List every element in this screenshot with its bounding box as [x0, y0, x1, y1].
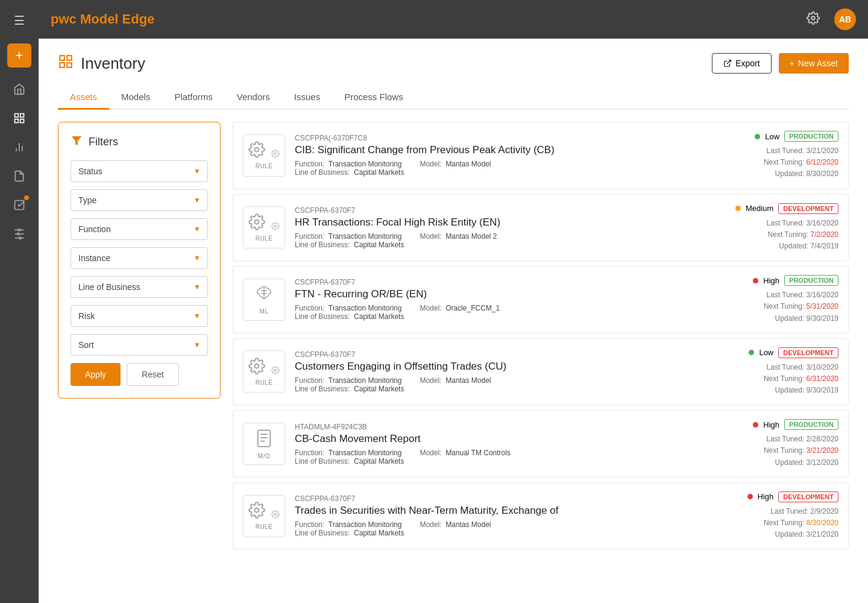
brand-name: pwc [51, 11, 77, 27]
tab-assets[interactable]: Assets [58, 86, 109, 110]
asset-meta: Function: Transaction Monitoring Model: … [295, 376, 708, 385]
sidebar-item-inventory[interactable] [7, 106, 31, 130]
asset-card[interactable]: RULE CSCFPPA(-6370F7C8 CIB: Significant … [233, 122, 849, 189]
lob-select[interactable]: Line of Business [71, 276, 208, 298]
asset-card[interactable]: RULE CSCFPPA-6370F7 Trades in Securities… [233, 482, 849, 550]
env-badge: DEVELOPMENT [778, 491, 838, 502]
filter-type[interactable]: Type [71, 189, 208, 211]
export-button[interactable]: Export [712, 53, 771, 74]
body-layout: Filters Status Type Function [58, 122, 849, 553]
svg-point-14 [18, 229, 20, 231]
risk-select[interactable]: Risk [71, 305, 208, 327]
asset-name: Customers Engaging in Offsetting Trades … [295, 361, 708, 373]
asset-card[interactable]: RULE CSCFPPA-6370F7 Customers Engaging i… [233, 338, 849, 406]
asset-name: HR Transactions: Focal High Risk Entity … [295, 216, 708, 229]
risk-dot [753, 278, 758, 283]
svg-rect-31 [258, 430, 271, 446]
svg-point-27 [274, 225, 277, 227]
filter-function[interactable]: Function [71, 218, 208, 240]
sidebar-item-filter-settings[interactable] [7, 222, 31, 246]
risk-label: Low [759, 348, 773, 357]
asset-meta: Function: Transaction Monitoring Model: … [295, 449, 708, 457]
asset-type-icon [248, 358, 280, 378]
asset-name: CB-Cash Movement Report [295, 433, 708, 445]
function-select[interactable]: Function [71, 218, 208, 240]
asset-id: CSCFPPA-6370F7 [295, 278, 708, 286]
asset-card[interactable]: M/O HTADMLM-4F924C3B CB-Cash Movement Re… [233, 410, 849, 478]
filter-sort[interactable]: Sort [71, 334, 208, 356]
asset-name: Trades in Securities with Near-Term Matu… [295, 505, 708, 517]
asset-status: High PRODUCTION Last Tuned: 2/28/2020 Ne… [718, 419, 838, 469]
apply-button[interactable]: Apply [71, 363, 121, 386]
page-header: Inventory Export + New Asset [58, 53, 849, 74]
sort-select[interactable]: Sort [71, 334, 208, 356]
asset-meta: Function: Transaction Monitoring Model: … [295, 160, 708, 168]
page-title: Inventory [81, 54, 145, 73]
asset-id: CSCFPPA-6370F7 [295, 350, 708, 359]
sidebar-item-docs[interactable] [7, 164, 31, 188]
instance-select[interactable]: Instance [71, 247, 208, 269]
asset-lob: Line of Business: Capital Markets [295, 168, 708, 177]
risk-dot [755, 134, 760, 139]
menu-icon[interactable]: ☰ [0, 7, 39, 34]
tab-vendors[interactable]: Vendors [225, 86, 282, 110]
asset-status: High DEVELOPMENT Last Tuned: 2/9/2020 Ne… [718, 491, 838, 541]
asset-card[interactable]: RULE CSCFPPA-6370F7 HR Transactions: Foc… [233, 194, 849, 262]
tuning-info: Last Tuned: 3/21/2020 Next Tuning: 6/12/… [764, 145, 838, 180]
type-select[interactable]: Type [71, 189, 208, 211]
filter-risk[interactable]: Risk [71, 305, 208, 327]
svg-point-15 [17, 233, 19, 235]
user-avatar[interactable]: AB [834, 8, 856, 30]
sidebar-item-analytics[interactable] [7, 135, 31, 159]
asset-status: Low PRODUCTION Last Tuned: 3/21/2020 Nex… [718, 131, 838, 180]
filter-instance[interactable]: Instance [71, 247, 208, 269]
asset-lob: Line of Business: Capital Markets [295, 529, 708, 537]
svg-rect-0 [15, 114, 19, 118]
risk-dot [753, 422, 758, 428]
settings-icon[interactable] [807, 11, 820, 28]
svg-rect-2 [20, 119, 24, 123]
asset-type-label: ML [260, 308, 269, 315]
sidebar-add-button[interactable]: + [7, 43, 31, 68]
svg-point-26 [255, 219, 259, 224]
svg-point-16 [19, 237, 21, 239]
sidebar-item-home[interactable] [7, 77, 31, 101]
tuning-info: Last Tuned: 2/28/2020 Next Tuning: 3/21/… [764, 434, 838, 469]
svg-point-24 [255, 148, 259, 152]
tab-platforms[interactable]: Platforms [162, 86, 224, 110]
tuning-info: Last Tuned: 3/16/2020 Next Tuning: 7/2/2… [767, 218, 838, 253]
tab-models[interactable]: Models [109, 86, 162, 110]
asset-id: CSCFPPA-6370F7 [295, 494, 708, 503]
asset-icon-box: M/O [243, 423, 285, 465]
filter-status[interactable]: Status [71, 160, 208, 182]
asset-type-label: RULE [256, 235, 273, 242]
env-badge: PRODUCTION [784, 131, 838, 142]
asset-id: CSCFPPA-6370F7 [295, 206, 708, 215]
asset-type-icon [248, 213, 280, 234]
svg-point-35 [255, 508, 259, 513]
filter-line-of-business[interactable]: Line of Business [71, 276, 208, 298]
asset-icon-box: RULE [243, 495, 285, 537]
tab-process-flows[interactable]: Process Flows [332, 86, 415, 110]
asset-list: RULE CSCFPPA(-6370F7C8 CIB: Significant … [233, 122, 849, 553]
filters-panel: Filters Status Type Function [58, 122, 221, 399]
asset-type-icon [254, 284, 274, 307]
tuning-info: Last Tuned: 2/9/2020 Next Tuning: 8/30/2… [764, 506, 838, 541]
reset-button[interactable]: Reset [127, 363, 179, 386]
asset-card[interactable]: ML CSCFPPA-6370F7 FTN - Recurring OR/BE … [233, 266, 849, 333]
app-logo: pwc Model Edge [51, 11, 154, 27]
sidebar-item-tasks[interactable] [7, 193, 31, 217]
asset-type-label: M/O [258, 453, 270, 459]
status-select[interactable]: Status [71, 160, 208, 182]
asset-lob: Line of Business: Capital Markets [295, 241, 708, 249]
risk-dot [735, 206, 741, 211]
tab-issues[interactable]: Issues [282, 86, 332, 110]
env-badge: PRODUCTION [784, 419, 838, 430]
app-name: Model Edge [80, 11, 154, 27]
risk-label: Low [765, 132, 779, 141]
filters-title: Filters [89, 136, 118, 148]
svg-rect-20 [67, 63, 72, 68]
new-asset-button[interactable]: + New Asset [779, 53, 849, 74]
new-asset-label: New Asset [798, 58, 838, 68]
asset-icon-box: RULE [243, 350, 285, 393]
